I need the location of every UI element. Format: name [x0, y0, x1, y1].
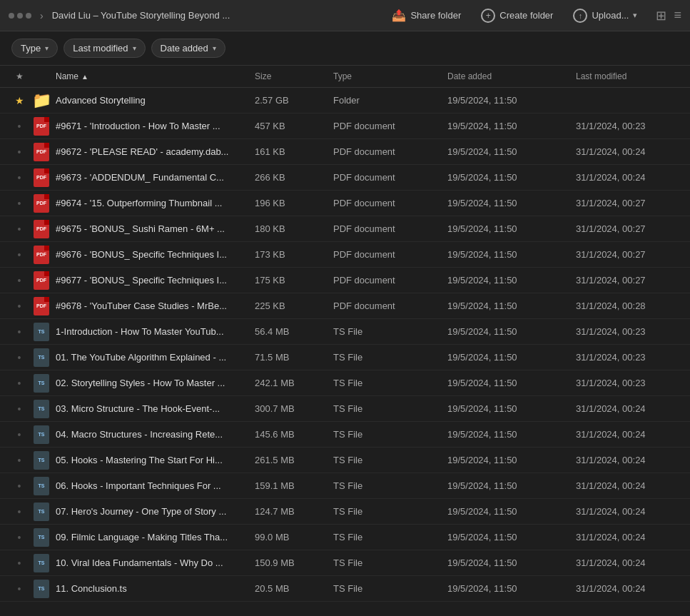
table-row[interactable]: •TS02. Storytelling Styles - How To Mast… — [0, 370, 690, 396]
table-row[interactable]: •TS07. Hero's Journey - One Type of Stor… — [0, 499, 690, 525]
table-row[interactable]: •PDF#9678 - 'YouTuber Case Studies - MrB… — [0, 293, 690, 319]
row-type: TS File — [333, 429, 447, 440]
ts-icon: TS — [34, 451, 49, 470]
row-icon: TS — [27, 425, 56, 444]
pdf-icon: PDF — [34, 271, 49, 290]
row-last-modified: 31/1/2024, 00:23 — [576, 121, 690, 131]
ts-icon: TS — [34, 580, 49, 598]
table-row[interactable]: ★📁Advanced Storytelling2.57 GBFolder19/5… — [0, 88, 690, 113]
row-size: 2.57 GB — [255, 95, 333, 106]
row-star[interactable]: • — [11, 557, 27, 569]
table-row[interactable]: •PDF#9674 - '15. Outperforming Thumbnail… — [0, 191, 690, 216]
row-icon: PDF — [27, 220, 56, 238]
th-last-modified[interactable]: Last modified — [576, 71, 690, 81]
toolbar-actions: 📤 Share folder + Create folder ↑ Upload.… — [385, 6, 681, 26]
row-star[interactable]: • — [11, 121, 27, 132]
create-folder-button[interactable]: + Create folder — [474, 6, 560, 26]
last-modified-filter[interactable]: Last modified ▾ — [64, 39, 145, 58]
row-last-modified: 31/1/2024, 00:24 — [576, 429, 690, 440]
table-row[interactable]: •PDF#9671 - 'Introduction - How To Maste… — [0, 113, 690, 139]
row-last-modified: 31/1/2024, 00:27 — [576, 198, 690, 208]
table-row[interactable]: •PDF#9673 - 'ADDENDUM_ Fundamental C...2… — [0, 165, 690, 191]
pdf-icon: PDF — [34, 246, 49, 264]
row-star[interactable]: • — [11, 583, 27, 595]
upload-button[interactable]: ↑ Upload... ▾ — [566, 6, 644, 26]
row-star[interactable]: • — [11, 198, 27, 209]
table-row[interactable]: •TS09. Filmic Language - Making Titles T… — [0, 525, 690, 550]
row-icon: TS — [27, 528, 56, 547]
table-row[interactable]: •PDF#9676 - 'BONUS_ Specific Techniques … — [0, 242, 690, 268]
row-size: 225 KB — [255, 301, 333, 311]
upload-dropdown-arrow[interactable]: ▾ — [633, 11, 637, 20]
row-date-added: 19/5/2024, 11:50 — [447, 455, 576, 465]
table-row[interactable]: •TS10. Viral Idea Fundamentals - Why Do … — [0, 550, 690, 576]
table-header: ★ Name ▲ Size Type Date added Last modif… — [0, 66, 690, 88]
table-row[interactable]: •PDF#9672 - 'PLEASE READ' - academy.dab.… — [0, 139, 690, 165]
row-date-added: 19/5/2024, 11:50 — [447, 121, 576, 131]
row-size: 242.1 MB — [255, 378, 333, 388]
row-last-modified: 31/1/2024, 00:24 — [576, 557, 690, 568]
row-last-modified: 31/1/2024, 00:27 — [576, 249, 690, 260]
row-star[interactable]: • — [11, 275, 27, 286]
th-size[interactable]: Size — [255, 71, 333, 81]
date-added-filter-chevron: ▾ — [213, 44, 216, 52]
row-size: 457 KB — [255, 121, 333, 131]
folder-icon: 📁 — [32, 91, 51, 110]
th-date-added[interactable]: Date added — [447, 71, 576, 81]
row-date-added: 19/5/2024, 11:50 — [447, 557, 576, 568]
row-star[interactable]: • — [11, 532, 27, 543]
type-filter[interactable]: Type ▾ — [11, 39, 58, 58]
table-row[interactable]: •TS04. Macro Structures - Increasing Ret… — [0, 422, 690, 448]
table-row[interactable]: •TS01. The YouTube Algorithm Explained -… — [0, 345, 690, 370]
row-star[interactable]: • — [11, 352, 27, 363]
table-row[interactable]: •TS03. Micro Structure - The Hook-Event-… — [0, 396, 690, 422]
row-type: PDF document — [333, 223, 447, 234]
row-date-added: 19/5/2024, 11:50 — [447, 198, 576, 208]
row-size: 266 KB — [255, 172, 333, 183]
row-size: 300.7 MB — [255, 403, 333, 414]
share-folder-button[interactable]: 📤 Share folder — [385, 6, 468, 26]
row-name: 1-Introduction - How To Master YouTub... — [56, 326, 255, 337]
row-type: PDF document — [333, 146, 447, 157]
row-star[interactable]: • — [11, 378, 27, 389]
row-star[interactable]: • — [11, 223, 27, 235]
date-added-filter-label: Date added — [161, 43, 208, 54]
row-star[interactable]: • — [11, 172, 27, 183]
row-date-added: 19/5/2024, 11:50 — [447, 429, 576, 440]
window-controls[interactable] — [9, 13, 31, 19]
row-icon: TS — [27, 451, 56, 470]
file-list: ★📁Advanced Storytelling2.57 GBFolder19/5… — [0, 88, 690, 605]
menu-icon[interactable]: ≡ — [674, 8, 681, 24]
table-row[interactable]: •TS1-Introduction - How To Master YouTub… — [0, 319, 690, 345]
row-star[interactable]: • — [11, 301, 27, 312]
row-star[interactable]: • — [11, 480, 27, 492]
row-star[interactable]: • — [11, 146, 27, 158]
row-star[interactable]: • — [11, 249, 27, 261]
row-star[interactable]: • — [11, 429, 27, 440]
row-star[interactable]: • — [11, 326, 27, 338]
row-type: TS File — [333, 480, 447, 491]
row-star[interactable]: • — [11, 506, 27, 517]
row-last-modified: 31/1/2024, 00:24 — [576, 583, 690, 594]
row-last-modified: 31/1/2024, 00:24 — [576, 403, 690, 414]
row-star[interactable]: • — [11, 403, 27, 415]
row-date-added: 19/5/2024, 11:50 — [447, 249, 576, 260]
row-type: PDF document — [333, 198, 447, 208]
table-row[interactable]: •TS11. Conclusion.ts20.5 MBTS File19/5/2… — [0, 576, 690, 602]
grid-view-icon[interactable]: ⊞ — [656, 8, 666, 24]
th-name[interactable]: Name ▲ — [56, 71, 255, 81]
table-row[interactable]: •TS06. Hooks - Important Techniques For … — [0, 473, 690, 499]
pdf-icon: PDF — [34, 117, 49, 136]
pdf-icon: PDF — [34, 194, 49, 213]
table-row[interactable]: •PDF#9675 - 'BONUS_ Sushi Ramen - 6M+ ..… — [0, 216, 690, 242]
table-row[interactable]: •TS05. Hooks - Mastering The Start For H… — [0, 448, 690, 473]
upload-icon: ↑ — [573, 9, 587, 23]
row-icon: PDF — [27, 168, 56, 187]
table-row[interactable]: •PDF#9677 - 'BONUS_ Specific Techniques … — [0, 268, 690, 293]
th-type[interactable]: Type — [333, 71, 447, 81]
dot-3 — [26, 13, 31, 19]
date-added-filter[interactable]: Date added ▾ — [151, 39, 225, 58]
row-name: 03. Micro Structure - The Hook-Event-... — [56, 403, 255, 414]
row-star[interactable]: ★ — [11, 95, 27, 106]
row-star[interactable]: • — [11, 455, 27, 466]
